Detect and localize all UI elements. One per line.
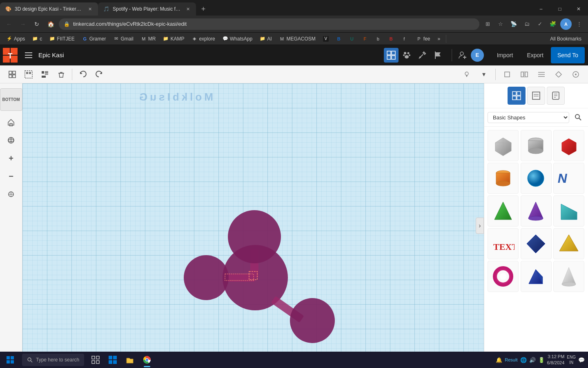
menu-button[interactable] bbox=[20, 45, 37, 65]
shape-diamond[interactable] bbox=[521, 228, 552, 259]
orbit-button[interactable] bbox=[3, 132, 19, 148]
shape-cylinder[interactable] bbox=[488, 163, 519, 194]
bookmark-apps[interactable]: ⚡ Apps bbox=[3, 35, 28, 43]
bookmark-button[interactable]: ☆ bbox=[495, 18, 506, 30]
message-icon[interactable]: 💬 bbox=[578, 357, 585, 363]
tab-search-button[interactable]: ⊞ bbox=[482, 18, 493, 30]
bookmark-explore[interactable]: ◈ explore bbox=[188, 35, 218, 43]
bookmark-gramer[interactable]: G Gramer bbox=[79, 35, 109, 43]
volume-icon[interactable]: 🔊 bbox=[529, 357, 536, 363]
favorites-button[interactable]: ✓ bbox=[534, 18, 546, 30]
user-profile-button[interactable]: E bbox=[471, 49, 484, 62]
bookmark-whatsapp[interactable]: 💬 WhatsApp bbox=[219, 35, 256, 43]
search-shapes-button[interactable] bbox=[572, 111, 585, 124]
bookmark-b1[interactable]: B bbox=[333, 35, 345, 43]
shape-pyramid-yellow[interactable] bbox=[553, 228, 584, 259]
fit-button[interactable] bbox=[3, 186, 19, 202]
grid-view-button[interactable] bbox=[384, 48, 399, 63]
group-button[interactable] bbox=[5, 67, 20, 82]
panel-collapse-button[interactable]: › bbox=[476, 218, 484, 234]
bookmark-kamp[interactable]: 📁 KAMP bbox=[160, 35, 187, 43]
minimize-button[interactable]: – bbox=[532, 2, 550, 16]
align-button[interactable] bbox=[38, 67, 52, 82]
shape-cone-white[interactable] bbox=[553, 261, 584, 292]
shape-pyramid[interactable] bbox=[488, 195, 519, 227]
transform-button[interactable] bbox=[568, 67, 583, 82]
shape-prism[interactable] bbox=[521, 261, 552, 292]
bookmark-fiitjee[interactable]: 📁 FIITJEE bbox=[46, 35, 78, 43]
bookmark-poe[interactable]: P fee bbox=[413, 35, 434, 43]
bookmark-gmail[interactable]: ✉ Gmail bbox=[110, 35, 136, 43]
shape-text[interactable]: TEXT bbox=[488, 228, 519, 259]
close-button[interactable]: ✕ bbox=[569, 2, 588, 16]
light-dropdown[interactable]: ▾ bbox=[477, 67, 491, 82]
bookmark-b2[interactable]: b bbox=[372, 35, 384, 43]
back-button[interactable]: ← bbox=[3, 18, 15, 30]
bookmark-b3[interactable]: B bbox=[385, 35, 397, 43]
tab-spotify[interactable]: 🎵 Spotify - Web Player: Music for... ✕ bbox=[98, 2, 196, 16]
import-button[interactable]: Import bbox=[490, 47, 520, 63]
tools-view-button[interactable] bbox=[415, 48, 430, 63]
task-view-button[interactable] bbox=[87, 352, 104, 368]
maximize-button[interactable]: □ bbox=[550, 2, 569, 16]
bookmark-mr[interactable]: M MR bbox=[138, 35, 159, 43]
undo-button[interactable] bbox=[76, 67, 90, 82]
paw-view-button[interactable] bbox=[399, 48, 414, 63]
zoom-out-button[interactable]: − bbox=[3, 168, 19, 184]
forward-button[interactable]: → bbox=[17, 18, 29, 30]
zoom-in-button[interactable]: + bbox=[3, 150, 19, 166]
shape-3dtext[interactable]: N bbox=[553, 163, 584, 194]
notification-icon[interactable]: 🔔 bbox=[496, 357, 502, 363]
bookmark-f[interactable]: F bbox=[359, 35, 371, 43]
reload-button[interactable]: ↻ bbox=[31, 18, 42, 30]
tab-tinkercad[interactable]: 🎨 3D design Epic Kasi - Tinkercad ✕ bbox=[0, 2, 98, 16]
flag-view-button[interactable] bbox=[430, 48, 445, 63]
taskbar-explorer-button[interactable] bbox=[122, 352, 138, 368]
taskbar-windows-button[interactable] bbox=[105, 352, 121, 368]
tab-close-tinkercad[interactable]: ✕ bbox=[87, 6, 93, 12]
redo-button[interactable] bbox=[92, 67, 107, 82]
taskbar-search[interactable]: Type here to search bbox=[22, 354, 84, 366]
url-bar[interactable]: 🔒 tinkercad.com/things/eCvRtk2lcDk-epic-… bbox=[59, 18, 479, 30]
start-button[interactable] bbox=[0, 352, 20, 368]
network-icon[interactable]: 🌐 bbox=[520, 357, 527, 363]
mirror-button[interactable] bbox=[517, 67, 532, 82]
bookmark-c[interactable]: 📁 c bbox=[29, 35, 45, 43]
bookmark-v[interactable]: V bbox=[320, 35, 332, 43]
canvas-area[interactable]: MolkbIsuG bbox=[22, 83, 484, 368]
extensions-button[interactable]: 🧩 bbox=[547, 18, 559, 30]
notification-label[interactable]: Result bbox=[505, 357, 517, 362]
ungroup-button[interactable] bbox=[21, 67, 36, 82]
grid-panel-button[interactable] bbox=[508, 87, 526, 105]
note-panel-button[interactable] bbox=[547, 87, 565, 105]
shape-cylinder-hole[interactable] bbox=[521, 130, 552, 161]
bookmark-megacosm[interactable]: M MEGACOSM bbox=[276, 35, 318, 43]
home-button[interactable]: 🏠 bbox=[45, 18, 56, 30]
new-tab-button[interactable]: + bbox=[198, 3, 209, 15]
settings-button[interactable]: ⋮ bbox=[573, 18, 585, 30]
shapes-category-select[interactable]: Basic Shapes bbox=[488, 112, 569, 123]
flip-button[interactable] bbox=[551, 67, 566, 82]
more-bookmarks-button[interactable]: » bbox=[434, 35, 444, 43]
light-button[interactable] bbox=[459, 67, 474, 82]
align-right-button[interactable] bbox=[534, 67, 549, 82]
profile-button[interactable]: A bbox=[560, 18, 572, 30]
shape-box-hole[interactable] bbox=[488, 130, 519, 161]
ruler-panel-button[interactable] bbox=[527, 87, 545, 105]
bookmark-up[interactable]: U bbox=[346, 35, 358, 43]
bookmark-fee[interactable]: f bbox=[398, 35, 412, 43]
shape-wedge[interactable] bbox=[553, 195, 584, 227]
collections-button[interactable]: 🗂 bbox=[521, 18, 532, 30]
send-to-button[interactable]: Send To bbox=[551, 47, 585, 63]
add-user-button[interactable] bbox=[455, 48, 470, 63]
bookmark-ai[interactable]: 📁 AI bbox=[256, 35, 275, 43]
shape-cone[interactable] bbox=[521, 195, 552, 227]
tab-close-spotify[interactable]: ✕ bbox=[185, 6, 191, 12]
battery-icon[interactable]: 🔋 bbox=[538, 357, 545, 363]
shape-box[interactable] bbox=[553, 130, 584, 161]
shape-sphere[interactable] bbox=[521, 163, 552, 194]
all-bookmarks-button[interactable]: All Bookmarks bbox=[547, 35, 585, 43]
delete-button[interactable] bbox=[54, 67, 69, 82]
shape-button[interactable] bbox=[500, 67, 514, 82]
shape-torus[interactable] bbox=[488, 261, 519, 292]
